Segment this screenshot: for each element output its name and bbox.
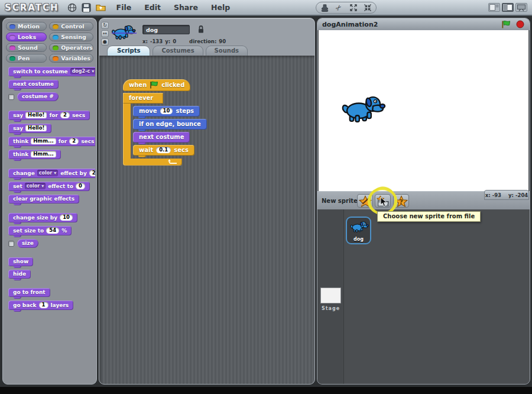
category-sensing[interactable]: Sensing <box>49 33 93 41</box>
stop-button[interactable] <box>515 20 525 29</box>
dog-sprite-tile[interactable]: dog <box>346 217 371 244</box>
project-title: dogAnimation2 <box>322 21 497 28</box>
cursor-tools: ✂ <box>316 2 377 14</box>
stage-thumbnail[interactable] <box>320 288 341 303</box>
looks-color-pill <box>9 35 15 40</box>
effect-amount-input[interactable]: 25 <box>89 170 95 176</box>
category-motion[interactable]: Motion <box>6 22 47 31</box>
say-text-input2[interactable]: Hello! <box>25 125 47 131</box>
lock-icon[interactable] <box>197 25 205 36</box>
steps-input[interactable]: 10 <box>160 108 173 114</box>
size-checkbox[interactable] <box>8 241 14 247</box>
paint-new-sprite-button[interactable] <box>357 194 373 208</box>
change-size-block[interactable]: change size by10 <box>8 213 77 222</box>
category-looks[interactable]: Looks <box>6 33 47 41</box>
menu-edit[interactable]: Edit <box>144 3 161 12</box>
category-variables[interactable]: Variables <box>49 54 93 63</box>
effect-value-input[interactable]: 0 <box>76 183 85 189</box>
costume-dropdown[interactable]: dog2-c▾ <box>70 68 95 75</box>
next-costume-block[interactable]: next costume <box>8 80 59 89</box>
next-costume-script-block[interactable]: next costume <box>133 132 190 143</box>
loop-arrow-icon <box>168 159 177 165</box>
category-operators[interactable]: Operators <box>49 43 93 52</box>
costume-number-checkbox[interactable] <box>8 94 14 100</box>
scissors-delete-icon[interactable]: ✂ <box>333 3 345 12</box>
size-value-input[interactable]: 54 <box>46 227 59 234</box>
green-flag-icon <box>150 81 158 89</box>
costume-number-reporter[interactable]: costume # <box>17 92 59 101</box>
set-size-block[interactable]: set size to54% <box>8 226 72 235</box>
say-for-secs-block[interactable]: sayHello!for2secs <box>8 111 90 120</box>
size-amount-input[interactable]: 10 <box>60 214 73 221</box>
new-sprite-label: New sprite: <box>322 198 360 204</box>
rotate-freely-icon[interactable]: ↻ <box>101 22 109 29</box>
duplicate-stamp-icon[interactable] <box>319 3 330 12</box>
tooltip: Choose new sprite from file <box>377 211 481 222</box>
grow-sprite-icon[interactable] <box>348 3 359 12</box>
wait-secs-input[interactable]: 0.1 <box>156 147 171 153</box>
green-flag-button[interactable] <box>501 20 511 29</box>
show-block[interactable]: show <box>8 257 33 266</box>
shrink-sprite-icon[interactable] <box>362 3 373 12</box>
sprite-list-area: Stage dog <box>317 209 530 384</box>
menu-share[interactable]: Share <box>174 3 198 12</box>
think-block[interactable]: thinkHmm... <box>8 150 61 159</box>
tab-costumes[interactable]: Costumes <box>153 46 203 56</box>
presentation-mode-button[interactable] <box>515 3 527 12</box>
if-on-edge-bounce-block[interactable]: if on edge, bounce <box>133 119 207 130</box>
change-effect-block[interactable]: changecolor▾effect by25 <box>8 169 95 178</box>
go-back-layers-block[interactable]: go back1layers <box>8 301 73 310</box>
effect-dropdown2[interactable]: color▾ <box>25 183 46 189</box>
say-block[interactable]: sayHello! <box>8 124 51 133</box>
think-secs-input[interactable]: 2 <box>69 138 79 144</box>
operators-color-pill <box>53 46 59 50</box>
say-text-input[interactable]: Hello! <box>25 112 47 118</box>
save-icon[interactable] <box>82 2 92 12</box>
scripts-workspace[interactable]: when clicked forever move10steps if on e… <box>99 56 314 384</box>
normal-stage-view-button[interactable] <box>502 3 514 12</box>
looks-block-palette: switch to costumedog2-c▾ next costume co… <box>8 67 95 382</box>
open-project-folder-icon[interactable] <box>96 2 106 12</box>
menu-bar: SCRATCH File Edit Share Help ✂ <box>0 0 532 16</box>
think-for-secs-block[interactable]: thinkHmm...for2secs <box>8 137 95 146</box>
menu-help[interactable]: Help <box>211 3 230 12</box>
pen-color-pill <box>9 56 15 61</box>
clear-graphic-effects-block[interactable]: clear graphic effects <box>8 195 79 204</box>
choose-sprite-from-file-button[interactable] <box>375 194 391 208</box>
move-steps-block[interactable]: move10steps <box>133 106 200 117</box>
forever-spine <box>123 104 131 159</box>
effect-dropdown[interactable]: color▾ <box>37 170 58 176</box>
sprite-position-readout: x:-133 y:0 direction:90 <box>142 38 226 44</box>
wait-secs-block[interactable]: wait0.1secs <box>133 145 194 156</box>
motion-color-pill <box>9 24 15 29</box>
menu-file[interactable]: File <box>116 3 132 12</box>
variables-color-pill <box>53 56 59 61</box>
think-text-input[interactable]: Hmm... <box>31 138 56 144</box>
sprite-name-field[interactable]: dog <box>142 25 190 34</box>
say-secs-input[interactable]: 2 <box>60 112 70 118</box>
block-palette-panel: Motion Control Looks Sensing Sound Opera… <box>2 18 97 385</box>
small-stage-view-button[interactable] <box>488 3 500 12</box>
switch-to-costume-block[interactable]: switch to costumedog2-c▾ <box>8 67 95 76</box>
think-text-input2[interactable]: Hmm... <box>31 151 56 157</box>
hide-block[interactable]: hide <box>8 270 31 279</box>
no-rotate-icon[interactable]: ● <box>101 38 109 46</box>
category-sound[interactable]: Sound <box>6 43 47 52</box>
go-to-front-block[interactable]: go to front <box>8 288 50 297</box>
category-control[interactable]: Control <box>49 22 93 31</box>
dog-sprite-on-stage[interactable] <box>340 92 387 124</box>
rotate-left-right-icon[interactable]: ↔ <box>101 30 109 37</box>
category-pen[interactable]: Pen <box>6 54 47 63</box>
set-effect-block[interactable]: setcolor▾effect to0 <box>8 182 90 191</box>
stage-canvas[interactable] <box>319 30 528 191</box>
tab-sounds[interactable]: Sounds <box>206 46 248 56</box>
script-editor-panel: ↻ ↔ ● dog x:-133 y:0 direction:90 Script… <box>99 18 315 385</box>
forever-block[interactable]: forever move10steps if on edge, bounce n… <box>123 91 207 166</box>
tab-scripts[interactable]: Scripts <box>107 46 150 56</box>
size-reporter[interactable]: size <box>17 239 38 248</box>
surprise-sprite-button[interactable]: ? <box>393 194 409 208</box>
layers-input[interactable]: 1 <box>39 302 48 308</box>
language-globe-icon[interactable] <box>67 2 77 12</box>
sensing-color-pill <box>53 35 59 40</box>
when-green-flag-clicked-block[interactable]: when clicked <box>123 79 190 91</box>
